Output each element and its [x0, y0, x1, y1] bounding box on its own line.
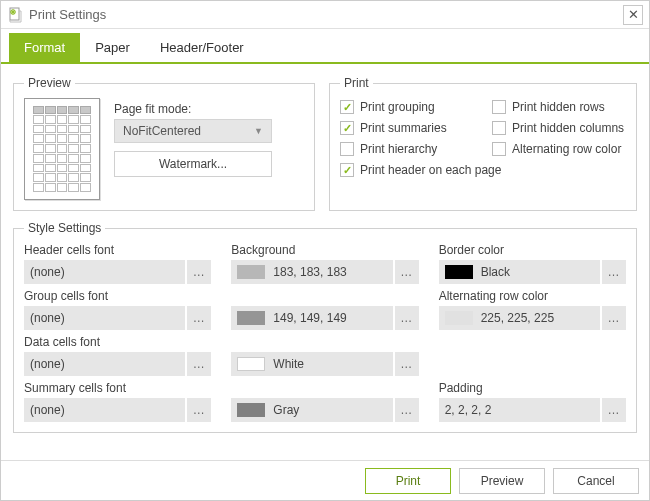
header-bg-picker[interactable]: 183, 183, 183 … — [231, 260, 418, 284]
summary-font-label: Summary cells font — [24, 381, 211, 395]
color-swatch — [237, 265, 265, 279]
chk-print-hierarchy[interactable]: Print hierarchy — [340, 142, 474, 156]
preview-button[interactable]: Preview — [459, 468, 545, 494]
summary-font-picker[interactable]: (none) … — [24, 398, 211, 422]
chevron-down-icon: ▼ — [254, 126, 263, 136]
chk-print-grouping[interactable]: Print grouping — [340, 100, 474, 114]
group-print: Print Print grouping Print hidden rows P… — [329, 76, 637, 211]
background-label: Background — [231, 243, 418, 257]
page-thumbnail — [24, 98, 100, 200]
color-swatch — [237, 357, 265, 371]
preview-legend: Preview — [24, 76, 75, 90]
group-font-label: Group cells font — [24, 289, 211, 303]
chk-label: Print summaries — [360, 121, 447, 135]
chk-label: Print hidden columns — [512, 121, 624, 135]
alt-row-color-label: Alternating row color — [439, 289, 626, 303]
tab-header-footer[interactable]: Header/Footer — [145, 33, 259, 62]
close-icon: ✕ — [628, 7, 639, 22]
chk-print-hidden-columns[interactable]: Print hidden columns — [492, 121, 626, 135]
ellipsis-icon: … — [393, 352, 419, 376]
color-swatch — [445, 311, 473, 325]
chk-print-summaries[interactable]: Print summaries — [340, 121, 474, 135]
border-color-picker[interactable]: Black … — [439, 260, 626, 284]
chk-label: Print hidden rows — [512, 100, 605, 114]
tab-strip: Format Paper Header/Footer — [1, 29, 649, 64]
border-color-label: Border color — [439, 243, 626, 257]
titlebar: Print Settings ✕ — [1, 1, 649, 29]
color-swatch — [445, 265, 473, 279]
group-bg-picker[interactable]: 149, 149, 149 … — [231, 306, 418, 330]
checkbox-icon — [340, 142, 354, 156]
window-title: Print Settings — [29, 7, 623, 22]
data-bg-picker[interactable]: White … — [231, 352, 418, 376]
chk-label: Print header on each page — [360, 163, 501, 177]
chk-header-each-page[interactable]: Print header on each page — [340, 163, 626, 177]
chk-print-hidden-rows[interactable]: Print hidden rows — [492, 100, 626, 114]
checkbox-icon — [340, 100, 354, 114]
page-fit-select[interactable]: NoFitCentered ▼ — [114, 119, 272, 143]
chk-label: Print hierarchy — [360, 142, 437, 156]
checkbox-icon — [492, 142, 506, 156]
chk-alternating-row-color[interactable]: Alternating row color — [492, 142, 626, 156]
padding-picker[interactable]: 2, 2, 2, 2 … — [439, 398, 626, 422]
checkbox-icon — [492, 100, 506, 114]
ellipsis-icon: … — [600, 306, 626, 330]
ellipsis-icon: … — [185, 352, 211, 376]
tab-format[interactable]: Format — [9, 33, 80, 62]
ellipsis-icon: … — [185, 306, 211, 330]
header-font-picker[interactable]: (none) … — [24, 260, 211, 284]
ellipsis-icon: … — [185, 260, 211, 284]
padding-label: Padding — [439, 381, 626, 395]
color-swatch — [237, 311, 265, 325]
group-style-settings: Style Settings Header cells font (none) … — [13, 221, 637, 433]
checkbox-icon — [340, 121, 354, 135]
cancel-button[interactable]: Cancel — [553, 468, 639, 494]
tab-paper[interactable]: Paper — [80, 33, 145, 62]
watermark-button[interactable]: Watermark... — [114, 151, 272, 177]
data-font-picker[interactable]: (none) … — [24, 352, 211, 376]
ellipsis-icon: … — [393, 260, 419, 284]
print-settings-icon — [7, 7, 23, 23]
group-preview: Preview Page fit mode: NoFitCenter — [13, 76, 315, 211]
checkbox-icon — [492, 121, 506, 135]
ellipsis-icon: … — [393, 306, 419, 330]
ellipsis-icon: … — [185, 398, 211, 422]
page-fit-label: Page fit mode: — [114, 102, 304, 116]
ellipsis-icon: … — [393, 398, 419, 422]
dialog-footer: Print Preview Cancel — [1, 460, 649, 500]
group-font-picker[interactable]: (none) … — [24, 306, 211, 330]
header-font-label: Header cells font — [24, 243, 211, 257]
chk-label: Alternating row color — [512, 142, 621, 156]
style-legend: Style Settings — [24, 221, 105, 235]
chk-label: Print grouping — [360, 100, 435, 114]
page-fit-value: NoFitCentered — [123, 124, 201, 138]
close-button[interactable]: ✕ — [623, 5, 643, 25]
summary-bg-picker[interactable]: Gray … — [231, 398, 418, 422]
ellipsis-icon: … — [600, 398, 626, 422]
print-button[interactable]: Print — [365, 468, 451, 494]
color-swatch — [237, 403, 265, 417]
data-font-label: Data cells font — [24, 335, 211, 349]
checkbox-icon — [340, 163, 354, 177]
ellipsis-icon: … — [600, 260, 626, 284]
print-legend: Print — [340, 76, 373, 90]
alt-row-color-picker[interactable]: 225, 225, 225 … — [439, 306, 626, 330]
